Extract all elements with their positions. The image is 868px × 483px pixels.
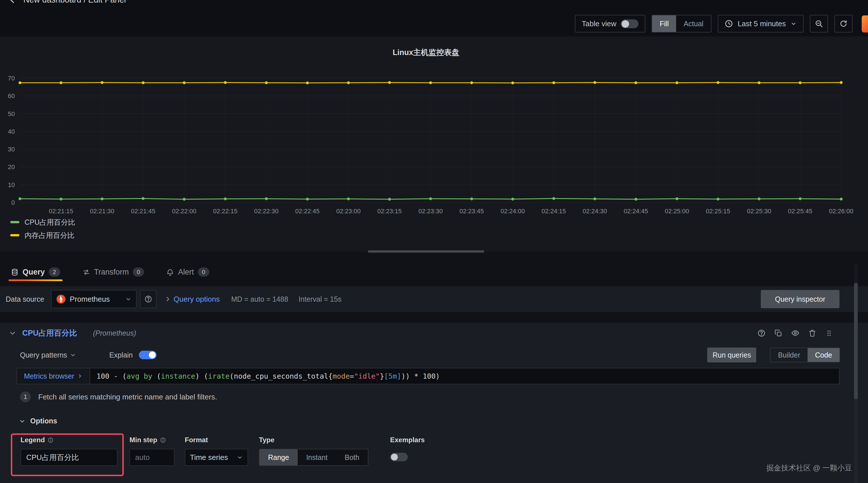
editor-tabs: Query 2 Transform 0 Alert 0: [11, 263, 209, 281]
editor-mode-builder-option[interactable]: Builder: [771, 348, 808, 362]
copy-icon: [774, 329, 782, 337]
hide-query-button[interactable]: [791, 329, 800, 337]
table-view-toggle[interactable]: [621, 20, 639, 28]
display-mode-fill-option[interactable]: Fill: [652, 15, 676, 32]
legend-series-label: 内存占用百分比: [25, 231, 74, 240]
svg-text:02:22:00: 02:22:00: [172, 207, 196, 215]
collapse-query-button[interactable]: [8, 329, 17, 337]
refresh-button[interactable]: [834, 15, 852, 33]
tab-alert[interactable]: Alert 0: [166, 263, 209, 281]
info-icon: [48, 437, 54, 443]
panel-resize-handle[interactable]: [368, 250, 484, 253]
max-data-points-summary: MD = auto = 1488: [231, 295, 288, 303]
zoom-out-button[interactable]: [810, 15, 828, 33]
svg-text:10: 10: [8, 181, 15, 189]
svg-text:70: 70: [8, 75, 15, 82]
query-options-link[interactable]: Query options: [174, 295, 220, 304]
chevron-down-icon: [70, 352, 76, 358]
display-mode-actual-option[interactable]: Actual: [676, 15, 711, 32]
format-field: Format Time series: [185, 436, 248, 466]
query-patterns-dropdown[interactable]: Query patterns: [20, 351, 67, 359]
tab-transform[interactable]: Transform 0: [83, 263, 144, 281]
editor-mode-code-option[interactable]: Code: [808, 348, 839, 362]
svg-text:02:22:45: 02:22:45: [295, 207, 320, 215]
nav-controls: Table view FillActual Last 5 minutes: [575, 15, 852, 33]
explain-toggle[interactable]: [139, 351, 157, 359]
query-type-both-option[interactable]: Both: [336, 449, 368, 465]
top-nav: New dashboard / Edit Panel Table view Fi…: [0, 0, 868, 36]
type-label: Type: [259, 436, 274, 444]
legend-series-label: CPU占用百分比: [25, 218, 75, 227]
tab-query[interactable]: Query 2: [11, 263, 60, 281]
type-segmented: RangeInstantBoth: [259, 449, 368, 466]
svg-text:02:21:45: 02:21:45: [131, 207, 155, 215]
metrics-browser-label: Metrics browser: [24, 372, 74, 380]
datasource-picker[interactable]: Prometheus: [51, 290, 136, 308]
type-field: Type RangeInstantBoth: [259, 436, 368, 466]
query-type-range-option[interactable]: Range: [259, 449, 298, 465]
question-circle-icon: [144, 295, 152, 303]
query-row-header: CPU占用百分比 (Prometheus): [0, 323, 868, 343]
svg-text:02:24:15: 02:24:15: [541, 207, 566, 215]
scrollbar-thumb[interactable]: [854, 283, 858, 399]
table-view-label: Table view: [582, 20, 616, 28]
options-collapse-header[interactable]: Options: [19, 417, 57, 425]
explain-label: Explain: [109, 351, 133, 359]
fill-actual-segmented: FillActual: [652, 15, 711, 33]
datasource-value: Prometheus: [70, 295, 121, 304]
svg-text:02:23:45: 02:23:45: [459, 207, 484, 215]
legend-series-marker: [10, 221, 20, 223]
duplicate-query-button[interactable]: [774, 329, 782, 337]
step-number-badge: 1: [20, 391, 31, 402]
chevron-down-icon: [237, 454, 243, 460]
query-options-row: Legend Min step Format Time series: [0, 430, 868, 479]
tab-count-badge: 0: [198, 267, 209, 276]
grafana-edit-panel-screen: New dashboard / Edit Panel Table view Fi…: [0, 0, 868, 483]
legend-input[interactable]: [21, 449, 118, 466]
chevron-down-icon: [8, 329, 17, 337]
query-name-link[interactable]: CPU占用百分比: [22, 328, 77, 338]
svg-text:02:21:30: 02:21:30: [90, 207, 114, 215]
exemplars-toggle[interactable]: [390, 453, 408, 461]
promql-expression-input[interactable]: 100 - (avg by (instance) (irate(node_cpu…: [90, 368, 839, 384]
search-minus-icon: [815, 20, 823, 28]
back-button[interactable]: [7, 0, 17, 5]
legend-item[interactable]: 内存占用百分比: [10, 229, 75, 242]
angle-right-icon: [164, 295, 172, 303]
legend-series-marker: [10, 234, 20, 236]
svg-text:02:26:00: 02:26:00: [829, 207, 854, 215]
datasource-help-button[interactable]: [140, 290, 157, 308]
query-inspector-button[interactable]: Query inspector: [761, 290, 839, 308]
legend-item[interactable]: CPU占用百分比: [10, 216, 75, 229]
interval-summary: Interval = 15s: [299, 295, 342, 303]
angle-left-icon: [7, 0, 17, 5]
svg-text:02:22:15: 02:22:15: [213, 207, 238, 215]
query-row-actions: [757, 329, 833, 337]
tab-count-badge: 0: [133, 267, 144, 276]
chevron-down-icon: [19, 418, 26, 424]
info-icon: [160, 437, 166, 443]
datasource-bar: Data source Prometheus Query options MD …: [0, 286, 868, 312]
min-step-input[interactable]: [129, 449, 175, 466]
svg-text:02:24:30: 02:24:30: [583, 207, 607, 215]
chart-panel: Linux主机监控表盘 01020304050607002:21:1502:21…: [0, 36, 868, 252]
options-label: Options: [30, 417, 57, 425]
tab-label: Alert: [178, 268, 194, 277]
toggle-knob: [622, 20, 629, 28]
panel-title: Linux主机监控表盘: [0, 47, 852, 58]
step-description: Fetch all series matching metric name an…: [38, 393, 217, 401]
query-help-button[interactable]: [757, 329, 766, 337]
metrics-browser-button[interactable]: Metrics browser: [17, 368, 90, 384]
drag-query-handle[interactable]: [825, 329, 833, 337]
explain-step-row: 1 Fetch all series matching metric name …: [20, 391, 217, 403]
grip-icon: [825, 329, 833, 337]
delete-query-button[interactable]: [808, 329, 816, 337]
format-select[interactable]: Time series: [185, 449, 248, 466]
query-type-instant-option[interactable]: Instant: [298, 449, 336, 465]
svg-text:02:25:00: 02:25:00: [665, 207, 689, 215]
time-range-picker[interactable]: Last 5 minutes: [718, 15, 804, 33]
question-circle-icon: [757, 329, 766, 337]
time-series-chart[interactable]: 01020304050607002:21:1502:21:3002:21:450…: [0, 68, 854, 222]
run-queries-button[interactable]: Run queries: [707, 348, 756, 362]
refresh-icon: [839, 20, 848, 28]
